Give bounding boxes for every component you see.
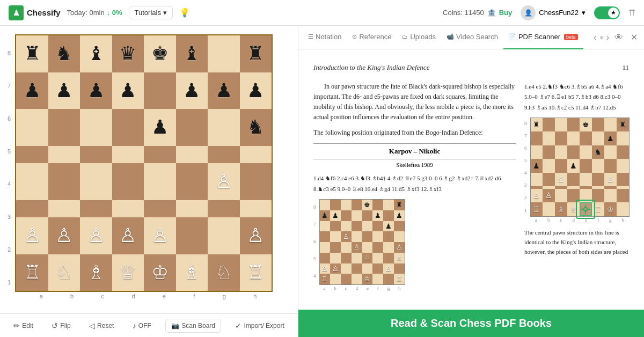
board-cell[interactable]: [112, 146, 144, 164]
flip-button[interactable]: ↺ Flip: [47, 319, 75, 332]
board-cell[interactable]: ♙: [16, 217, 48, 254]
mini-board-wrapper: ♚♜♟♟♟♟♟♙♙♙♘♗♙♙♙♖♔♖ abcdefgh: [319, 199, 405, 292]
board-cell[interactable]: [48, 200, 80, 218]
right-mini-board-cell: [531, 145, 543, 159]
board-cell[interactable]: [48, 109, 80, 146]
sound-toggle[interactable]: ♪ OFF: [128, 319, 156, 332]
board-cell[interactable]: ♟: [48, 72, 80, 109]
board-cell[interactable]: [80, 109, 112, 146]
board-cell[interactable]: ♟: [176, 72, 208, 109]
board-cell[interactable]: [208, 35, 240, 72]
board-cell[interactable]: [112, 163, 144, 200]
board-cell[interactable]: ♞: [48, 35, 80, 72]
tab-pdf-scanner[interactable]: 📄 PDF Scanner beta: [503, 26, 583, 49]
board-cell[interactable]: [16, 200, 48, 218]
user-info[interactable]: 👤 ChessFun22 ▾: [521, 5, 586, 20]
board-cell[interactable]: ♚: [144, 35, 176, 72]
board-cell[interactable]: ♜: [16, 35, 48, 72]
right-rank-labels: 87654321: [524, 118, 527, 217]
board-cell[interactable]: ♗: [80, 254, 112, 291]
board-cell[interactable]: ♙: [144, 217, 176, 254]
board-cell[interactable]: [112, 200, 144, 218]
reset-button[interactable]: ◁ Reset: [85, 319, 118, 332]
right-mini-board-cell: [617, 159, 629, 173]
board-cell[interactable]: [208, 109, 240, 146]
board-cell[interactable]: [48, 146, 80, 164]
collapse-button[interactable]: ⇈: [628, 8, 635, 18]
theme-toggle[interactable]: ★: [594, 6, 620, 19]
view-button[interactable]: 👁: [612, 31, 625, 45]
board-cell[interactable]: [240, 146, 272, 164]
board-cell[interactable]: ♟: [240, 72, 272, 109]
board-cell[interactable]: [176, 163, 208, 200]
board-cell[interactable]: [208, 217, 240, 254]
tab-reference[interactable]: ⊙ Reference: [347, 26, 397, 49]
board-cell[interactable]: ♕: [112, 254, 144, 291]
mini-board-cell: [352, 200, 362, 210]
board-cell[interactable]: [144, 146, 176, 164]
tab-notation[interactable]: ☰ Notation: [303, 26, 347, 49]
board-cell[interactable]: ♖: [240, 254, 272, 291]
mini-board-cell: [372, 274, 383, 284]
board-cell[interactable]: ♟: [208, 72, 240, 109]
board-cell[interactable]: ♖: [16, 254, 48, 291]
right-mini-board-cell: [592, 173, 604, 187]
board-cell[interactable]: ♜: [240, 35, 272, 72]
board-cell[interactable]: [240, 163, 272, 200]
mini-board-cell: [372, 200, 383, 210]
right-mini-board-cell: [543, 202, 555, 216]
board-cell[interactable]: [176, 146, 208, 164]
mini-board-cell: ♙: [394, 242, 405, 253]
board-cell[interactable]: ♛: [112, 35, 144, 72]
next-page-button[interactable]: ›: [606, 33, 609, 42]
board-cell[interactable]: [176, 217, 208, 254]
pdf-page-number: 11: [622, 62, 629, 73]
board-cell[interactable]: ♘: [208, 254, 240, 291]
moves-right: 1.e4 e5 2.♞f3 ♞c6 3.♗b5 a6 4.♗a4 ♞f6 5.0…: [524, 82, 629, 113]
board-cell[interactable]: [80, 200, 112, 218]
tutorials-button[interactable]: Tutorials ▾: [129, 6, 173, 19]
board-cell[interactable]: ♟: [80, 72, 112, 109]
prev-page-button[interactable]: ‹: [594, 33, 596, 42]
board-cell[interactable]: ♞: [240, 109, 272, 146]
board-cell[interactable]: ♟: [16, 72, 48, 109]
board-cell[interactable]: ♙: [112, 217, 144, 254]
board-cell[interactable]: ♙: [240, 217, 272, 254]
board-cell[interactable]: [16, 163, 48, 200]
board-cell[interactable]: ♟: [112, 72, 144, 109]
board-cell[interactable]: ♘: [48, 254, 80, 291]
buy-button[interactable]: Buy: [499, 9, 513, 17]
board-cell[interactable]: [16, 146, 48, 164]
board-cell[interactable]: [176, 200, 208, 218]
board-cell[interactable]: [16, 109, 48, 146]
board-cell[interactable]: [208, 146, 240, 164]
tab-video-search[interactable]: 📹 Video Search: [441, 26, 503, 49]
board-cell[interactable]: ♙: [80, 217, 112, 254]
board-cell[interactable]: ♙: [208, 163, 240, 200]
chess-board[interactable]: ♜♞♝♛♚♝♜♟♟♟♟♟♟♟♟♞♙♙♙♙♙♙♙♖♘♗♕♔♗♘♖: [15, 34, 273, 292]
scan-cta-button[interactable]: Read & Scan Chess PDF Books: [298, 310, 644, 337]
import-export-button[interactable]: ✓ Import/ Export: [231, 319, 288, 332]
board-cell[interactable]: ♝: [176, 35, 208, 72]
board-cell[interactable]: [144, 200, 176, 218]
board-cell[interactable]: ♔: [144, 254, 176, 291]
scan-board-button[interactable]: 📷 Scan Board: [165, 319, 221, 333]
board-cell[interactable]: [112, 109, 144, 146]
board-cell[interactable]: [176, 109, 208, 146]
board-cell[interactable]: [144, 72, 176, 109]
board-cell[interactable]: ♙: [48, 217, 80, 254]
board-cell[interactable]: [48, 163, 80, 200]
board-cell[interactable]: [240, 200, 272, 218]
close-button[interactable]: ✕: [628, 30, 640, 45]
board-cell[interactable]: ♗: [176, 254, 208, 291]
chess-piece: ♔: [151, 263, 169, 282]
tab-uploads[interactable]: 🗂 Uploads: [397, 26, 441, 49]
board-cell[interactable]: ♝: [80, 35, 112, 72]
right-mini-board-section: 87654321 ♜♚♜♟♞♟♟♙♙♙♙♖♗♕♖♔ abcdefgh: [524, 118, 629, 224]
board-cell[interactable]: ♟: [144, 109, 176, 146]
board-cell[interactable]: [80, 146, 112, 164]
edit-button[interactable]: ✏ Edit: [9, 319, 38, 332]
board-cell[interactable]: [144, 163, 176, 200]
board-cell[interactable]: [208, 200, 240, 218]
board-cell[interactable]: [80, 163, 112, 200]
